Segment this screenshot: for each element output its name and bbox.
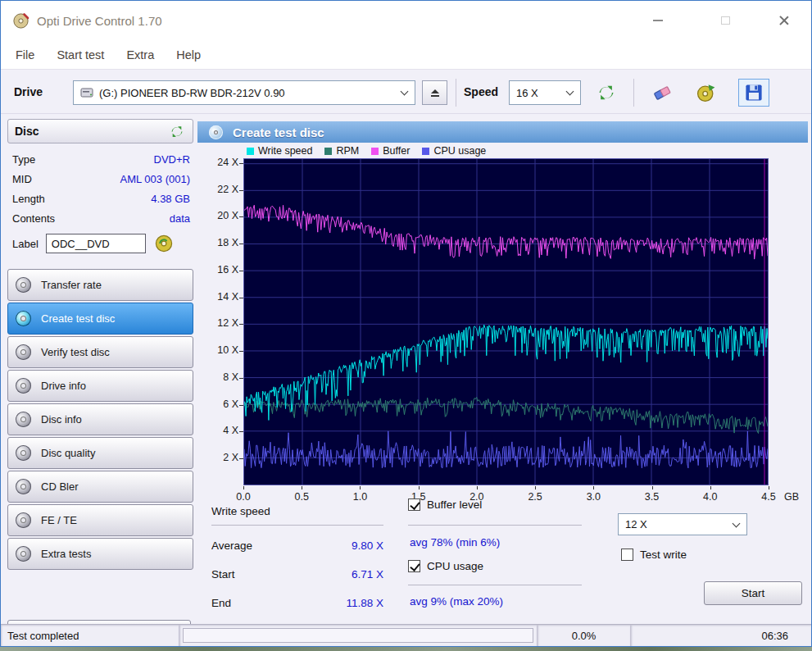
disc-icon xyxy=(16,378,31,394)
refresh-icon xyxy=(170,125,184,139)
x-tick-mark xyxy=(769,486,769,489)
start-button[interactable]: Start xyxy=(704,581,802,605)
close-button[interactable] xyxy=(771,11,797,30)
sidebar-item-label: Create test disc xyxy=(41,312,115,325)
menu-item-help[interactable]: Help xyxy=(176,48,201,61)
menu-item-start-test[interactable]: Start test xyxy=(57,48,104,61)
checkbox-icon[interactable] xyxy=(621,549,633,561)
disc-icon xyxy=(16,512,31,528)
status-bar: Test completed 0.0% 06:36 xyxy=(1,624,811,646)
sidebar-item-label: Drive info xyxy=(41,380,86,392)
legend-item-rpm: RPM xyxy=(324,145,359,157)
separator xyxy=(211,525,383,526)
result-value: 6.71 X xyxy=(352,568,383,580)
y-tick-label: 6 X xyxy=(202,398,238,410)
maximize-icon xyxy=(721,16,730,25)
label-input[interactable] xyxy=(46,234,146,253)
legend-swatch xyxy=(371,148,379,155)
sidebar-item-label: Verify test disc xyxy=(41,346,110,358)
sidebar-item-label: Disc info xyxy=(41,413,82,426)
legend-swatch xyxy=(422,148,429,155)
erase-disc-button[interactable] xyxy=(648,80,676,105)
x-tick-label: 4.0 xyxy=(697,491,724,503)
x-tick-mark xyxy=(360,486,361,489)
sidebar-item-drive-info[interactable]: Drive info xyxy=(7,370,193,402)
disc-info-row: TypeDVD+R xyxy=(7,149,193,169)
menu-bar: FileStart testExtraHelp xyxy=(1,40,811,70)
progress-bar xyxy=(179,625,538,646)
app-window: Opti Drive Control 1.70 FileStart testEx… xyxy=(0,0,812,647)
chart-svg xyxy=(244,159,768,485)
label-caption: Label xyxy=(12,238,39,250)
save-button[interactable] xyxy=(738,79,769,107)
sidebar-item-fe-te[interactable]: FE / TE xyxy=(7,504,193,536)
sidebar-item-extra-tests[interactable]: Extra tests xyxy=(7,538,193,570)
legend-label: Buffer xyxy=(383,145,410,157)
sidebar-item-label: FE / TE xyxy=(41,514,77,526)
label-row: Label xyxy=(7,232,193,255)
elapsed-time: 06:36 xyxy=(631,625,811,646)
menu-item-file[interactable]: File xyxy=(16,48,34,61)
info-label: MID xyxy=(12,173,32,185)
disc-panel-header: Disc xyxy=(7,119,193,143)
sidebar-item-verify-test-disc[interactable]: Verify test disc xyxy=(7,336,193,368)
minimize-button[interactable] xyxy=(645,11,671,30)
sidebar-item-disc-info[interactable]: Disc info xyxy=(7,403,193,435)
info-label: Length xyxy=(12,193,45,205)
legend-swatch xyxy=(247,148,254,155)
x-tick-mark xyxy=(243,486,244,489)
disc-icon xyxy=(16,479,31,494)
legend-item-cpu-usage: CPU usage xyxy=(422,145,486,157)
series-rpm xyxy=(244,398,768,434)
x-tick-label: 3.5 xyxy=(639,491,665,503)
write-speed-select[interactable]: 12 X xyxy=(618,513,747,535)
x-tick-mark xyxy=(419,486,420,489)
disc-info-row: MIDAML 003 (001) xyxy=(7,169,193,189)
cpu-usage-checkbox[interactable]: CPU usage xyxy=(408,560,483,572)
disc-icon xyxy=(16,277,31,293)
speed-select[interactable]: 16 X xyxy=(509,80,581,105)
disc-label-button[interactable] xyxy=(153,233,175,254)
y-tick-label: 14 X xyxy=(202,291,238,303)
sidebar-item-transfer-rate[interactable]: Transfer rate xyxy=(7,269,193,301)
result-value: 11.88 X xyxy=(346,597,383,609)
sidebar-item-cd-bler[interactable]: CD Bler xyxy=(7,471,193,503)
disc-write-icon xyxy=(695,82,718,103)
eraser-icon xyxy=(651,83,674,102)
main-panel: Create test disc Write speedRPMBufferCPU… xyxy=(197,119,808,647)
chevron-down-icon xyxy=(733,519,741,527)
eject-button[interactable] xyxy=(422,80,447,105)
sidebar-item-label: CD Bler xyxy=(41,480,79,493)
disc-write-icon xyxy=(154,234,174,253)
x-tick-mark xyxy=(652,486,653,489)
sidebar-item-create-test-disc[interactable]: Create test disc xyxy=(7,303,193,335)
checkbox-checked-icon[interactable] xyxy=(408,498,420,511)
write-disc-button[interactable] xyxy=(692,80,720,105)
y-tick-label: 8 X xyxy=(202,371,238,383)
maximize-button[interactable] xyxy=(712,11,738,30)
result-label: Start xyxy=(211,568,235,580)
disc-icon xyxy=(16,546,31,562)
results-title: Write speed xyxy=(211,505,270,517)
refresh-disc-button[interactable] xyxy=(168,123,186,139)
app-icon xyxy=(12,11,30,30)
legend-label: CPU usage xyxy=(433,145,486,157)
toolbar-separator xyxy=(633,79,634,107)
y-tick-label: 20 X xyxy=(202,210,238,221)
legend-item-buffer: Buffer xyxy=(371,145,410,157)
toolbar: Drive (G:) PIONEER BD-RW BDR-212V 0.90 S… xyxy=(1,71,811,114)
screen: Opti Drive Control 1.70 FileStart testEx… xyxy=(0,0,812,651)
refresh-speeds-button[interactable] xyxy=(594,82,619,103)
buffer-level-checkbox[interactable]: Buffer level xyxy=(408,498,482,511)
result-row-start: Start6.71 X xyxy=(211,560,383,589)
buffer-level-label: Buffer level xyxy=(427,498,482,511)
test-write-checkbox[interactable]: Test write xyxy=(621,549,687,561)
x-tick-label: 0.0 xyxy=(230,491,256,503)
checkbox-checked-icon[interactable] xyxy=(408,560,420,572)
drive-select[interactable]: (G:) PIONEER BD-RW BDR-212V 0.90 xyxy=(73,80,415,105)
menu-item-extra[interactable]: Extra xyxy=(126,48,154,61)
disc-info-row: Length4.38 GB xyxy=(7,189,193,208)
chart-legend: Write speedRPMBufferCPU usage xyxy=(247,145,486,157)
sidebar-item-disc-quality[interactable]: Disc quality xyxy=(7,437,193,469)
cpu-usage-label: CPU usage xyxy=(427,560,483,572)
